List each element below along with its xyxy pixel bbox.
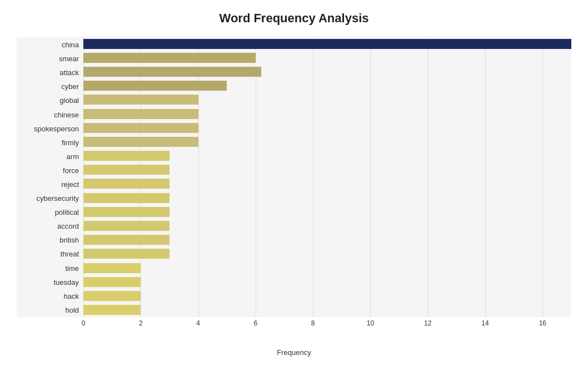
y-label: arm [17,153,79,160]
bar-row [83,52,571,64]
y-label: chinese [17,111,79,119]
y-label: threat [17,250,79,258]
bar [83,67,261,77]
bar [83,137,198,147]
bars-and-grid [83,37,571,317]
bar [83,277,141,287]
bar [83,179,170,189]
y-label: british [17,236,79,244]
bar [83,109,198,119]
bar-row [83,262,571,274]
bar [83,95,198,105]
bar-row [83,80,571,92]
x-axis-tick-label: 14 [481,319,489,327]
bar-row [83,122,571,134]
y-label: cyber [17,83,79,90]
x-axis-tick-label: 0 [82,319,86,327]
y-label: global [17,97,79,104]
y-label: cybersecurity [17,195,79,202]
x-axis-title: Frequency [17,348,571,357]
bar [83,235,170,245]
bar-row [83,290,571,302]
y-label: spokesperson [17,125,79,132]
y-label: hold [17,307,79,314]
bars-list [83,37,571,317]
y-label: accord [17,223,79,230]
y-label: smear [17,55,79,62]
chart-container: chinasmearattackcyberglobalchinesespokes… [17,37,571,357]
bar-row [83,304,571,316]
bar [83,221,170,231]
x-axis-tick-label: 10 [367,319,374,327]
chart-title: Word Frequency Analysis [220,11,369,26]
y-label: reject [17,181,79,188]
y-label: tuesday [17,279,79,286]
y-label: force [17,167,79,174]
bar-row [83,93,571,106]
x-axis-tick-label: 2 [139,319,143,327]
y-label: time [17,265,79,272]
bar [83,39,571,49]
x-axis-tick-label: 4 [196,319,200,327]
x-axis-tick-label: 16 [539,319,546,327]
bar-row [83,136,571,148]
y-label: political [17,209,79,216]
bar [83,207,170,217]
bar-row [83,220,571,232]
bar-row [83,276,571,288]
bar-row [83,164,571,176]
bar-row [83,192,571,204]
bar-row [83,177,571,190]
bar [83,81,227,91]
bar-row [83,38,571,50]
y-label: hack [17,293,79,300]
bar [83,193,170,203]
bar-row [83,248,571,260]
x-axis: 0246810121416 [83,319,571,333]
x-axis-tick-label: 8 [311,319,315,327]
y-axis: chinasmearattackcyberglobalchinesespokes… [17,37,83,317]
y-label: firmly [17,139,79,146]
bar-row [83,66,571,78]
bar [83,165,170,175]
x-axis-tick-label: 6 [254,319,258,327]
bar-row [83,234,571,246]
bar-row [83,108,571,120]
y-label: attack [17,69,79,76]
bar [83,53,256,63]
bar [83,249,170,259]
bar-row [83,206,571,218]
bar-row [83,150,571,162]
bar [83,151,170,161]
bar [83,291,141,301]
bar [83,305,141,315]
bar [83,263,141,273]
y-label: china [17,41,79,48]
chart-area: chinasmearattackcyberglobalchinesespokes… [17,37,571,317]
x-axis-tick-label: 12 [424,319,431,327]
bar [83,123,198,133]
